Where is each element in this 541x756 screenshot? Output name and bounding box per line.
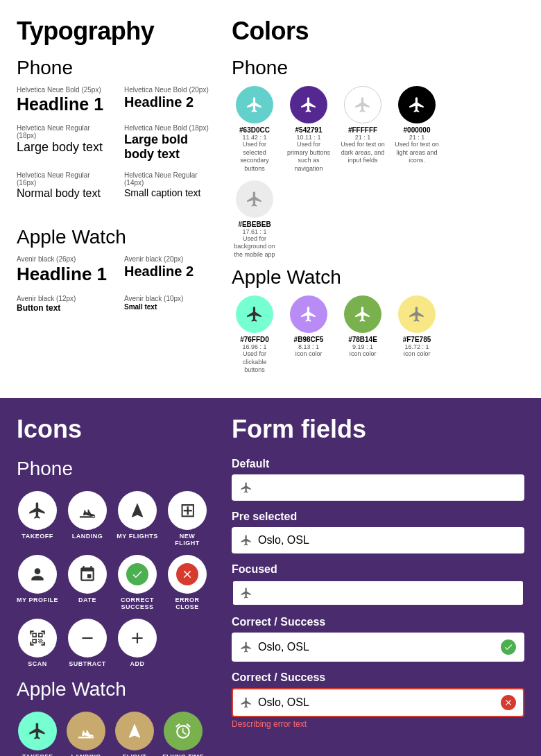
form-fields-title: Form fields bbox=[232, 415, 524, 444]
icon-correct-success: CORRECT SUCCESS bbox=[117, 555, 158, 610]
form-input-focused[interactable] bbox=[232, 580, 524, 606]
plane-icon bbox=[246, 305, 264, 323]
color-circle-olive bbox=[344, 295, 381, 333]
takeoff-icon bbox=[28, 501, 47, 520]
plane-icon bbox=[246, 96, 264, 114]
date-circle bbox=[68, 555, 107, 594]
color-circle-black bbox=[398, 86, 436, 123]
typography-watch-subtitle: Apple Watch bbox=[17, 226, 218, 248]
plane-input-icon-4 bbox=[240, 641, 252, 653]
icon-error-close: ERROR CLOSE bbox=[166, 555, 208, 610]
color-item-black: #000000 21 : 1 Used for text on light ar… bbox=[394, 86, 440, 173]
close-icon bbox=[181, 568, 194, 581]
add-icon bbox=[128, 629, 146, 647]
icons-title: Icons bbox=[17, 415, 232, 444]
form-field-preselected: Pre selected Oslo, OSL bbox=[232, 510, 524, 553]
color-desc-watch-lavender: Icon color bbox=[286, 350, 332, 359]
scan-circle bbox=[18, 619, 57, 658]
color-item-lavender: #B98CF5 8.13 : 1 Icon color bbox=[286, 295, 332, 375]
color-hex-white: #FFFFFF bbox=[340, 126, 386, 134]
typo-normal-body: Normal body text bbox=[17, 187, 110, 200]
bottom-section: Icons Phone TAKEOFF LANDING bbox=[0, 398, 541, 756]
colors-title: Colors bbox=[232, 17, 524, 46]
typo-meta: Avenir black (10px) bbox=[124, 295, 218, 302]
typo-col-3: Helvetica Neue Bold (18px) Large bold bo… bbox=[124, 124, 218, 167]
form-label-error: Correct / Success bbox=[232, 671, 524, 684]
icon-date: DATE bbox=[67, 555, 108, 610]
watch-small-text: Small text bbox=[124, 303, 218, 311]
add-circle bbox=[118, 619, 157, 658]
form-field-success: Correct / Success Oslo, OSL bbox=[232, 616, 524, 662]
typo-row-2: Helvetica Neue Regular (18px) Large body… bbox=[17, 124, 218, 167]
typo-meta: Avenir black (26px) bbox=[17, 255, 110, 263]
typo-block-large-bold: Helvetica Neue Bold (18px) Large bold bo… bbox=[124, 124, 218, 162]
color-desc-black: Used for text on light areas and icons. bbox=[394, 141, 440, 165]
colors-phone-subtitle: Phone bbox=[232, 57, 524, 79]
error-close-badge bbox=[176, 563, 198, 585]
watch-takeoff-circle bbox=[18, 712, 57, 750]
color-ratio-teal: 11.42 : 1 bbox=[232, 134, 277, 141]
form-field-error: Correct / Success Oslo, OSL Describing e… bbox=[232, 671, 524, 729]
color-ratio-gray: 17.61 : 1 bbox=[232, 228, 277, 235]
takeoff-label: TAKEOFF bbox=[22, 533, 53, 540]
typo-meta: Helvetica Neue Bold (20px) bbox=[124, 86, 218, 94]
typography-phone-subtitle: Phone bbox=[17, 57, 218, 79]
form-input-success[interactable]: Oslo, OSL bbox=[232, 633, 524, 662]
phone-icons-grid: TAKEOFF LANDING MY FLIGHTS ⊞ bbox=[17, 491, 232, 667]
typo-block-headline1: Helvetica Neue Bold (25px) Headline 1 bbox=[17, 86, 110, 114]
watch-button-text: Button text bbox=[17, 303, 110, 313]
color-ratio-purple: 10.11 : 1 bbox=[286, 134, 332, 141]
icon-new-flight: ⊞ NEW FLIGHT bbox=[166, 491, 208, 547]
add-label: ADD bbox=[130, 660, 145, 667]
my-profile-circle bbox=[18, 555, 57, 594]
form-input-preselected[interactable]: Oslo, OSL bbox=[232, 527, 524, 553]
color-ratio-watch-lavender: 8.13 : 1 bbox=[286, 343, 332, 350]
plane-icon bbox=[354, 96, 372, 114]
color-hex-gray: #EBEBEB bbox=[232, 221, 277, 228]
color-hex-purple: #542791 bbox=[286, 126, 332, 134]
color-circle-white bbox=[344, 86, 381, 123]
watch-typo-row-2: Avenir black (12px) Button text Avenir b… bbox=[17, 295, 218, 318]
watch-typo-col-1: Avenir black (20px) Headline 2 bbox=[124, 255, 218, 291]
plane-icon bbox=[408, 96, 426, 114]
error-close-label: ERROR CLOSE bbox=[166, 596, 208, 610]
typo-col-1: Helvetica Neue Bold (20px) Headline 2 bbox=[124, 86, 218, 120]
date-label: DATE bbox=[78, 596, 96, 603]
color-item-green: #76FFD0 16.96 : 1 Used for clickable but… bbox=[232, 295, 277, 375]
watch-flying-time-label: FLYING TIME bbox=[162, 753, 203, 756]
typo-headline1: Headline 1 bbox=[17, 94, 110, 114]
my-flights-label: MY FLIGHTS bbox=[117, 533, 157, 540]
color-circle-yellow bbox=[398, 295, 436, 333]
color-circle-teal bbox=[236, 86, 273, 123]
form-input-default[interactable] bbox=[232, 474, 524, 501]
typo-large-bold: Large bold body text bbox=[124, 132, 218, 162]
plane-icon bbox=[246, 190, 264, 208]
new-flight-symbol: ⊞ bbox=[180, 501, 196, 520]
color-item-teal: #63D0CC 11.42 : 1 Used for selected seco… bbox=[232, 86, 277, 173]
color-desc-watch-yellow: Icon color bbox=[394, 350, 440, 359]
plane-icon bbox=[300, 96, 318, 114]
form-input-preselected-text: Oslo, OSL bbox=[258, 534, 516, 547]
watch-takeoff-label: TAKEOFF bbox=[22, 753, 53, 756]
typo-col-2: Helvetica Neue Regular (18px) Large body… bbox=[17, 124, 110, 167]
form-input-error[interactable]: Oslo, OSL bbox=[232, 688, 524, 717]
color-circle-green bbox=[236, 295, 273, 333]
typo-meta: Helvetica Neue Regular (16px) bbox=[17, 171, 110, 187]
error-badge bbox=[501, 695, 516, 710]
check-icon bbox=[131, 568, 144, 581]
top-section: Typography Phone Helvetica Neue Bold (25… bbox=[0, 0, 541, 398]
typo-meta: Helvetica Neue Regular (18px) bbox=[17, 124, 110, 139]
icon-takeoff: TAKEOFF bbox=[17, 491, 58, 547]
form-label-preselected: Pre selected bbox=[232, 510, 524, 523]
typo-meta: Helvetica Neue Bold (25px) bbox=[17, 86, 110, 94]
watch-icon-flying-time: FLYING TIME bbox=[162, 712, 204, 756]
color-ratio-watch-yellow: 16.72 : 1 bbox=[394, 343, 440, 350]
form-label-default: Default bbox=[232, 458, 524, 470]
subtract-circle bbox=[68, 619, 107, 658]
color-item-olive: #78B14E 9.19 : 1 Icon color bbox=[340, 295, 386, 375]
correct-success-circle bbox=[118, 555, 157, 594]
subtract-icon bbox=[78, 629, 96, 647]
typo-small-caption: Small caption text bbox=[124, 187, 218, 198]
color-circle-lavender bbox=[290, 295, 327, 333]
typography-title: Typography bbox=[17, 17, 218, 46]
